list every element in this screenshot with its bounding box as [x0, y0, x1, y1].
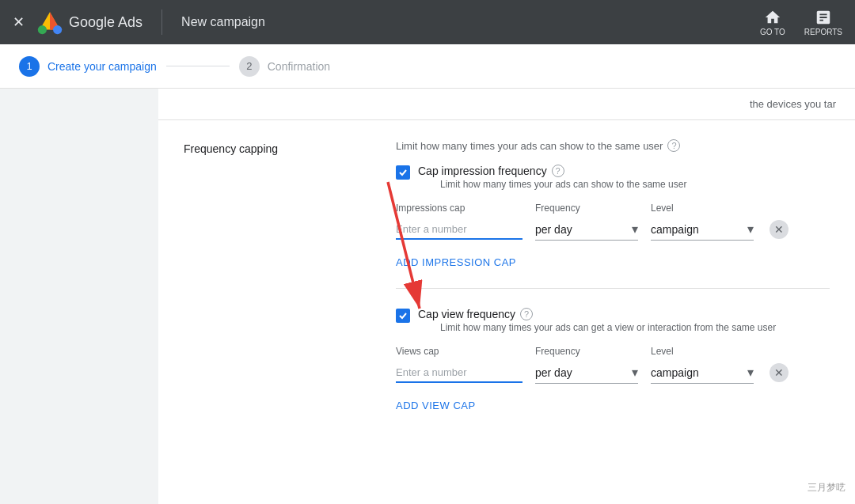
view-field-group: Views cap Frequency Level per day ▾ [396, 346, 830, 384]
view-cap-label: Cap view frequency ? [418, 308, 776, 320]
impression-cap-row: Cap impression frequency ? Limit how man… [396, 165, 830, 190]
impressions-cap-input-wrap [396, 219, 522, 240]
section-label: Frequency capping [184, 139, 358, 155]
view-cap-checkbox[interactable] [396, 309, 410, 323]
impression-frequency-header: Frequency [535, 203, 638, 214]
close-button[interactable]: ✕ [13, 13, 25, 31]
svg-point-3 [53, 25, 62, 34]
impression-help-icon[interactable]: ? [552, 165, 564, 177]
section-label-col: Frequency capping [184, 139, 358, 412]
impression-level-value: campaign [651, 223, 744, 236]
section-help-icon[interactable]: ? [667, 139, 680, 152]
view-level-value: campaign [651, 366, 744, 379]
add-impression-cap-button[interactable]: ADD IMPRESSION CAP [396, 256, 516, 268]
view-frequency-header: Frequency [535, 346, 638, 357]
goto-button[interactable]: GO TO [760, 9, 785, 36]
impressions-cap-header: Impressions cap [396, 203, 522, 214]
impression-field-group: Impressions cap Frequency Level per day … [396, 203, 830, 241]
view-help-icon[interactable]: ? [520, 308, 533, 320]
view-frequency-select[interactable]: per day ▾ [535, 362, 638, 384]
reports-button[interactable]: REPORTS [804, 9, 842, 36]
stepper-bar: 1 Create your campaign 2 Confirmation [0, 44, 855, 89]
cap-divider [396, 288, 830, 289]
impression-remove-button[interactable]: ✕ [770, 220, 788, 239]
svg-point-2 [38, 25, 47, 34]
view-level-header: Level [651, 346, 754, 357]
view-cap-row: Cap view frequency ? Limit how many time… [396, 308, 830, 333]
top-bar: ✕ Google Ads New campaign GO TO REPORTS [0, 0, 855, 44]
view-cap-sublabel: Limit how many times your ads can get a … [440, 322, 776, 333]
frequency-capping-row: Frequency capping Limit how many times y… [184, 139, 830, 412]
view-field-inputs: per day ▾ campaign ▾ ✕ [396, 362, 830, 384]
content-area: the devices you tar Frequency capping Li… [0, 89, 855, 504]
view-level-arrow: ▾ [747, 365, 754, 380]
frequency-capping-section: Frequency capping Limit how many times y… [158, 120, 855, 457]
views-cap-input-wrap [396, 362, 522, 383]
impression-cap-sublabel: Limit how many times your ads can show t… [440, 179, 686, 190]
step-2-label: Confirmation [268, 60, 330, 73]
impressions-cap-input[interactable] [396, 219, 522, 240]
top-bar-divider [162, 9, 162, 35]
views-cap-input[interactable] [396, 362, 522, 383]
google-ads-logo: Google Ads [37, 9, 142, 35]
step-connector [166, 66, 230, 66]
impression-level-arrow: ▾ [747, 222, 754, 237]
add-view-cap-button[interactable]: ADD VIEW CAP [396, 400, 476, 411]
impression-frequency-select[interactable]: per day ▾ [535, 218, 638, 241]
view-level-select[interactable]: campaign ▾ [651, 362, 754, 384]
view-remove-button[interactable]: ✕ [770, 363, 788, 382]
impression-cap-checkbox[interactable] [396, 165, 410, 180]
impression-field-inputs: per day ▾ campaign ▾ ✕ [396, 218, 830, 241]
impression-frequency-value: per day [535, 223, 629, 236]
step-2: 2 Confirmation [239, 56, 330, 77]
impression-field-headers: Impressions cap Frequency Level [396, 203, 830, 214]
sidebar [0, 89, 158, 504]
app-name: Google Ads [69, 14, 142, 31]
step-1: 1 Create your campaign [19, 56, 157, 77]
step-1-circle: 1 [19, 56, 40, 77]
impression-level-header: Level [651, 203, 754, 214]
impression-frequency-arrow: ▾ [632, 222, 638, 237]
top-bar-actions: GO TO REPORTS [760, 9, 842, 36]
views-cap-header: Views cap [396, 346, 522, 357]
section-description: Limit how many times your ads can show t… [396, 139, 830, 152]
google-ads-logo-icon [37, 9, 63, 35]
main-panel: the devices you tar Frequency capping Li… [158, 89, 855, 504]
step-2-circle: 2 [239, 56, 260, 77]
view-field-headers: Views cap Frequency Level [396, 346, 830, 357]
step-1-label: Create your campaign [48, 60, 157, 73]
hint-bar: the devices you tar [158, 89, 855, 120]
view-frequency-arrow: ▾ [632, 365, 638, 380]
view-frequency-value: per day [535, 366, 629, 379]
impression-cap-label: Cap impression frequency ? [418, 165, 686, 177]
section-content-col: Limit how many times your ads can show t… [396, 139, 830, 412]
impression-level-select[interactable]: campaign ▾ [651, 218, 754, 241]
campaign-title: New campaign [181, 15, 265, 29]
watermark: 三月梦呓 [808, 481, 846, 495]
